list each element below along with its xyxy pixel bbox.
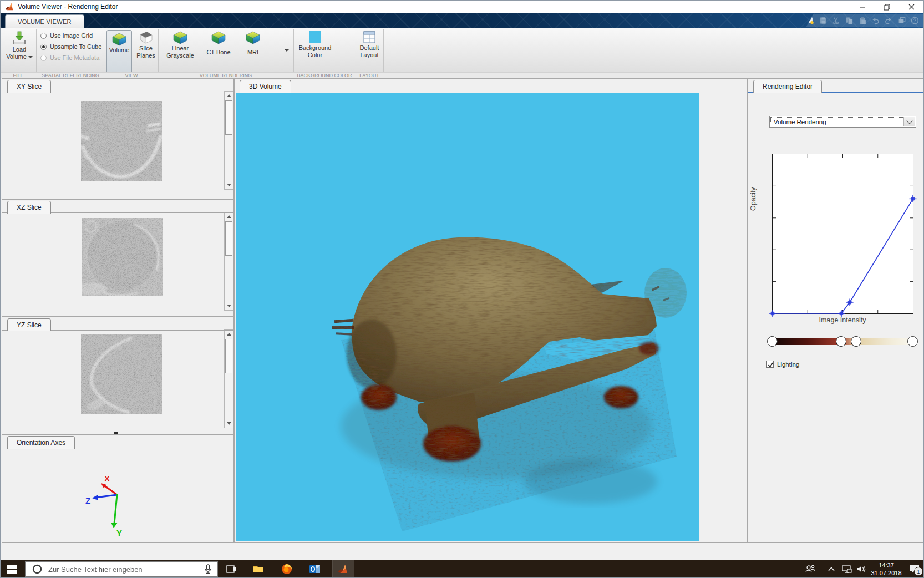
volume-button[interactable] — [853, 560, 870, 578]
yz-slice-image[interactable] — [81, 334, 162, 414]
outlook-button[interactable] — [304, 560, 326, 578]
colormap-handle[interactable] — [907, 336, 918, 347]
background-color-button[interactable]: Background Color — [298, 31, 332, 59]
tray-clock[interactable]: 14:37 31.07.2018 — [869, 561, 903, 577]
title-bar: Volume Viewer - Rendering Editor — [1, 1, 923, 13]
preset-mri-button[interactable]: MRI — [241, 31, 265, 56]
view-slice-planes-button[interactable]: Slice Planes — [134, 31, 158, 59]
scrollbar-thumb[interactable] — [225, 100, 232, 135]
copy-icon[interactable] — [845, 16, 854, 25]
matlab-taskbar-button[interactable] — [332, 560, 354, 578]
gallery-dropdown-button[interactable] — [280, 31, 292, 70]
action-center-button[interactable]: 1 — [905, 560, 924, 578]
tab-3d-volume[interactable]: 3D Volume — [240, 80, 291, 93]
redo-icon[interactable] — [885, 16, 893, 25]
triangle-up-icon — [227, 333, 231, 336]
xy-slice-image[interactable] — [81, 101, 162, 181]
axis-z-label: Z — [85, 496, 90, 505]
tab-xz-slice[interactable]: XZ Slice — [7, 201, 51, 214]
background-color-swatch-icon — [308, 31, 322, 44]
scroll-down-button[interactable] — [225, 302, 233, 310]
radio-use-file-metadata[interactable]: Use File Metadata — [40, 54, 99, 61]
colormap-editor[interactable] — [772, 338, 912, 345]
task-view-button[interactable] — [220, 560, 242, 578]
minimize-button[interactable] — [851, 1, 874, 13]
radio-2[interactable] — [40, 55, 47, 61]
paste-icon[interactable] — [859, 16, 867, 25]
preset-linear-grayscale-button[interactable]: Linear Grayscale — [164, 31, 196, 59]
windows-taskbar: 14:37 31.07.2018 1 — [1, 560, 923, 578]
orientation-axes-view[interactable]: X Z Y — [2, 448, 233, 542]
colormap-cube-icon — [172, 31, 188, 45]
yz-slice-scrollbar[interactable] — [224, 329, 233, 428]
matlab-icon — [338, 564, 349, 575]
windows-icon[interactable] — [898, 16, 906, 25]
scrollbar-thumb[interactable] — [225, 339, 232, 373]
volume-cube-icon — [111, 32, 127, 47]
splitter-handle[interactable] — [114, 432, 118, 434]
xz-slice-image[interactable] — [82, 218, 163, 296]
colormap-handle[interactable] — [851, 336, 861, 347]
cut-icon[interactable] — [832, 16, 840, 25]
section-divider — [36, 29, 37, 72]
windows-logo-icon — [7, 565, 17, 574]
xy-slice-scrollbar[interactable] — [224, 91, 233, 190]
scroll-up-button[interactable] — [225, 92, 233, 100]
help-icon[interactable] — [911, 16, 919, 25]
scroll-down-button[interactable] — [225, 181, 233, 189]
scrollbar-thumb[interactable] — [225, 221, 232, 256]
scroll-up-button[interactable] — [225, 212, 233, 221]
lighting-checkbox[interactable] — [766, 361, 774, 368]
speaker-icon — [857, 565, 866, 573]
tab-yz-slice[interactable]: YZ Slice — [7, 318, 51, 331]
people-button[interactable] — [801, 560, 820, 578]
start-button[interactable] — [1, 560, 23, 578]
opacity-plot-box[interactable] — [772, 154, 913, 314]
load-volume-button[interactable]: Load Volume — [5, 31, 34, 60]
tab-volume-viewer[interactable]: VOLUME VIEWER — [5, 14, 84, 28]
dropdown-value: Volume Rendering — [770, 117, 915, 126]
restore-button[interactable] — [876, 1, 898, 13]
notification-badge: 1 — [914, 567, 923, 576]
triangle-up-icon — [227, 215, 231, 218]
tab-xy-slice[interactable]: XY Slice — [7, 80, 51, 93]
taskbar-search[interactable] — [25, 561, 218, 577]
close-button[interactable] — [900, 1, 922, 13]
microphone-icon[interactable] — [204, 564, 212, 574]
image-intensity-axis-label: Image Intensity — [748, 316, 924, 324]
toolstrip-ribbon: Load Volume Use Image Grid Upsample To C… — [1, 28, 923, 79]
rendering-mode-dropdown[interactable]: Volume Rendering — [769, 116, 916, 128]
view-volume-button[interactable]: Volume — [106, 30, 132, 73]
triangle-up-icon — [227, 94, 231, 97]
file-explorer-button[interactable] — [247, 560, 270, 578]
save-icon[interactable] — [819, 16, 827, 25]
colormap-handle[interactable] — [767, 336, 778, 347]
search-input[interactable] — [47, 565, 204, 574]
lighting-label: Lighting — [777, 361, 799, 368]
firefox-button[interactable] — [276, 560, 298, 578]
scroll-up-button[interactable] — [225, 330, 233, 338]
tab-orientation-axes[interactable]: Orientation Axes — [7, 436, 75, 449]
matlab-logo-icon — [5, 2, 14, 12]
xz-slice-scrollbar[interactable] — [224, 212, 233, 311]
undo-icon[interactable] — [871, 16, 880, 25]
default-layout-button[interactable]: Default Layout — [358, 31, 381, 59]
dropdown-arrow-button[interactable] — [903, 117, 915, 126]
radio-use-image-grid[interactable]: Use Image Grid — [40, 32, 93, 39]
radio-upsample-to-cube[interactable]: Upsample To Cube — [40, 43, 101, 50]
tray-expand-button[interactable] — [823, 560, 840, 578]
scroll-down-button[interactable] — [225, 419, 233, 428]
gallery-divider — [278, 31, 278, 70]
triangle-down-icon — [227, 184, 231, 186]
opacity-transfer-curve[interactable] — [773, 154, 913, 313]
radio-1[interactable] — [40, 44, 47, 50]
preset-ct-bone-button[interactable]: CT Bone — [204, 31, 233, 56]
load-volume-caret-icon — [28, 56, 33, 58]
tab-rendering-editor[interactable]: Rendering Editor — [753, 80, 822, 93]
volume-3d-panel: 3D Volume — [234, 78, 748, 543]
volume-3d-viewport[interactable] — [236, 93, 699, 541]
radio-0[interactable] — [40, 33, 47, 39]
colormap-handle[interactable] — [836, 336, 846, 347]
colormap-cube-icon — [211, 31, 226, 45]
outlook-icon — [309, 564, 321, 574]
